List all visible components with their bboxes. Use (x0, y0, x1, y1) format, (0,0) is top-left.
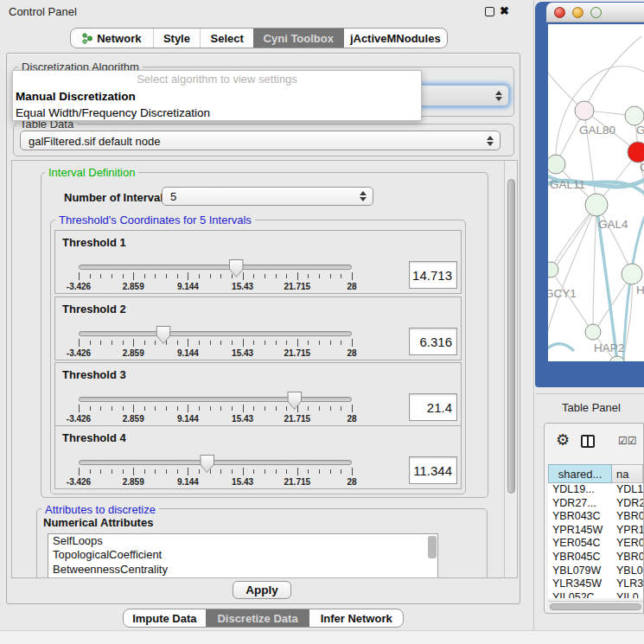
column-header-shared-name[interactable]: shared... (548, 464, 612, 483)
table-row[interactable]: YIL052CYIL0 (548, 591, 643, 598)
network-icon (82, 33, 92, 44)
split-columns-icon[interactable] (581, 435, 595, 448)
gear-icon[interactable]: ⚙ (556, 432, 570, 448)
vertical-scrollbar[interactable] (504, 161, 517, 577)
popup-option-manual[interactable]: Manual Discretization (13, 88, 421, 105)
table-row[interactable]: YPR145WYPR1 (548, 524, 643, 538)
popup-placeholder: Select algorithm to view settings (13, 71, 421, 88)
network-canvas[interactable]: GAL80GACGAL11GAL4GCY1HHAP2 (548, 24, 644, 361)
cell-shared-name: YDL19... (552, 483, 595, 497)
tick-label: 28 (347, 282, 356, 291)
scrollbar-thumb[interactable] (507, 179, 515, 494)
tick-label: 15.43 (232, 477, 253, 487)
table-row[interactable]: YDL19...YDL1 (548, 483, 643, 497)
table-row[interactable]: YER054CYER0 (548, 537, 643, 551)
algorithm-dropdown-popup: Select algorithm to view settings Manual… (12, 70, 422, 121)
threshold-value-field[interactable] (409, 328, 457, 355)
network-node-label: GA (636, 124, 644, 137)
table-row[interactable]: YBL079WYBL0 (548, 564, 643, 578)
tab-network[interactable]: Network (71, 29, 153, 48)
network-node-label: GCY1 (548, 287, 577, 300)
combo-value: 5 (170, 190, 176, 203)
network-window-titlebar[interactable] (546, 3, 644, 22)
minimize-traffic-light-icon[interactable] (572, 7, 583, 18)
network-node[interactable] (575, 101, 594, 120)
tick-label: 21.715 (284, 282, 311, 291)
threshold-label: Threshold 4 (62, 431, 126, 444)
threshold-slider[interactable]: -3.4262.8599.14415.4321.71528 (79, 323, 352, 360)
attribute-list-item[interactable]: SelfLoops (48, 534, 437, 548)
threshold-label: Threshold 2 (62, 303, 126, 316)
tick-label: -3.426 (67, 282, 91, 291)
cell-shared-name: YDR27... (552, 497, 596, 511)
network-node[interactable] (622, 264, 642, 284)
cell-shared-name: YER054C (552, 537, 601, 551)
tick-mark (352, 405, 353, 412)
table-row[interactable]: YDR27...YDR2 (548, 497, 643, 511)
control-panel-window: Control Panel ✖ Network Style Select Cyn… (0, 0, 534, 630)
tick-label: 2.859 (123, 348, 144, 358)
table-header: shared... na (548, 464, 643, 483)
checkbox-icons[interactable]: ☑☑ (618, 435, 637, 447)
settings-scroll-area: Interval Definition Number of Intervals … (11, 160, 518, 578)
tick-label: 28 (347, 477, 356, 487)
cell-shared-name: YBR043C (552, 510, 601, 524)
cell-shared-name: YLR345W (552, 577, 602, 591)
number-of-intervals-combo[interactable]: 5 (162, 187, 373, 206)
tick-mark (352, 339, 353, 347)
network-edge (593, 205, 596, 332)
tab-infer-network[interactable]: Infer Network (309, 609, 403, 627)
tab-select[interactable]: Select (200, 29, 253, 48)
tick-label: 15.43 (232, 348, 253, 358)
tick-label: 21.715 (284, 348, 311, 358)
tab-style[interactable]: Style (153, 29, 201, 48)
network-node[interactable] (625, 106, 644, 125)
threshold-value-field[interactable] (409, 456, 457, 484)
network-node[interactable] (585, 194, 608, 216)
tick-label: 21.715 (284, 477, 311, 487)
list-scrollbar-thumb[interactable] (428, 536, 437, 558)
tab-impute-data[interactable]: Impute Data (124, 609, 206, 627)
popup-option-equal-width[interactable]: Equal Width/Frequency Discretization (13, 105, 421, 121)
combo-value: galFiltered.sif default node (29, 134, 160, 147)
float-window-icon[interactable] (485, 7, 494, 16)
cell-name: YBR0 (616, 510, 643, 524)
threshold-slider[interactable]: -3.4262.8599.14415.4321.71528 (79, 389, 352, 425)
zoom-traffic-light-icon[interactable] (590, 7, 602, 18)
threshold-label: Threshold 1 (62, 236, 126, 249)
network-node[interactable] (628, 142, 644, 163)
cell-name: YPR1 (616, 524, 643, 538)
scrollbar-thumb[interactable] (550, 603, 641, 610)
tab-label: Network (97, 32, 141, 45)
tab-cyni-toolbox[interactable]: Cyni Toolbox (253, 29, 344, 48)
threshold-slider[interactable]: -3.4262.8599.14415.4321.71528 (79, 452, 352, 488)
network-node[interactable] (585, 324, 601, 340)
network-node-label: HAP2 (594, 341, 624, 354)
cell-shared-name: YBL079W (552, 564, 601, 578)
table-row[interactable]: YBR043CYBR0 (548, 510, 643, 524)
attribute-list-item[interactable]: TopologicalCoefficient (48, 548, 437, 562)
close-icon[interactable]: ✖ (500, 4, 509, 17)
apply-button[interactable]: Apply (233, 581, 291, 599)
threshold-label: Threshold 3 (62, 368, 126, 381)
panel-title: Control Panel (9, 5, 77, 18)
tab-jactivemnodules[interactable]: jActiveMNodules (344, 29, 447, 48)
numerical-attributes-label: Numerical Attributes (43, 516, 153, 529)
table-row[interactable]: YBR045CYBR0 (548, 551, 643, 564)
table-body: YDL19...YDL1YDR27...YDR2YBR043CYBR0YPR14… (548, 483, 643, 598)
tab-discretize-data[interactable]: Discretize Data (206, 609, 310, 627)
attribute-list-item[interactable]: BetweennessCentrality (48, 563, 437, 577)
tick-label: 2.859 (123, 414, 144, 424)
threshold-value-field[interactable] (409, 393, 457, 421)
cell-shared-name: YIL052C (552, 591, 595, 598)
threshold-value-field[interactable] (409, 261, 457, 289)
horizontal-scrollbar[interactable] (548, 601, 643, 611)
threshold-slider[interactable]: -3.4262.8599.14415.4321.71528 (79, 257, 352, 293)
table-data-combo[interactable]: galFiltered.sif default node (20, 131, 501, 150)
table-panel-title: Table Panel (536, 393, 644, 420)
tab-label: Infer Network (321, 612, 392, 625)
close-traffic-light-icon[interactable] (554, 7, 565, 18)
table-row[interactable]: YLR345WYLR3 (548, 577, 643, 591)
column-header-name[interactable]: na (612, 464, 643, 483)
network-node[interactable] (548, 155, 565, 174)
